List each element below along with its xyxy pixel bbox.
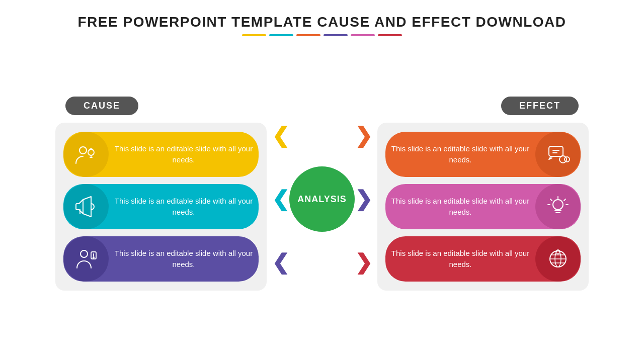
svg-rect-6 xyxy=(549,146,563,156)
page-header: FREE POWERPOINT TEMPLATE CAUSE AND EFFEC… xyxy=(68,0,577,41)
effect-icon-2 xyxy=(535,184,581,229)
middle-section: ❮ ❯ ❮ ❯ ❮ ❯ ANALYSIS xyxy=(267,116,377,282)
chevron-left-2: ❮ xyxy=(272,189,289,210)
megaphone-icon xyxy=(74,195,98,219)
header-underline xyxy=(78,34,567,36)
cause-card-3: This slide is an editable slide with all… xyxy=(63,236,259,282)
effect-card-3-text: This slide is an editable slide with all… xyxy=(385,248,535,270)
analysis-circle: ANALYSIS xyxy=(289,166,355,232)
effect-section: EFFECT This slide is an editable slide w… xyxy=(377,108,589,291)
cause-card-3-text: This slide is an editable slide with all… xyxy=(109,248,259,270)
underline-4 xyxy=(324,34,348,36)
underline-1 xyxy=(242,34,266,36)
effect-label: EFFECT xyxy=(501,97,579,115)
effect-card-1: This slide is an editable slide with all… xyxy=(385,132,581,177)
chat-group-icon xyxy=(546,142,570,166)
effect-card-2-text: This slide is an editable slide with all… xyxy=(385,196,535,218)
page-title: FREE POWERPOINT TEMPLATE CAUSE AND EFFEC… xyxy=(78,14,567,30)
svg-point-2 xyxy=(80,250,88,257)
chevron-right-3: ❯ xyxy=(355,252,372,273)
effect-icon-3 xyxy=(535,236,581,282)
cause-panel: This slide is an editable slide with all… xyxy=(55,123,267,291)
chevron-left-1: ❮ xyxy=(272,125,289,146)
person-alert-icon xyxy=(74,247,98,271)
cause-card-2: This slide is an editable slide with all… xyxy=(63,184,259,229)
arrow-row-1: ❮ ❯ xyxy=(267,125,377,146)
arrow-row-3: ❮ ❯ xyxy=(267,252,377,273)
main-content: CAUSE This slide is an editable slide wi… xyxy=(0,41,644,362)
globe-person-icon xyxy=(546,247,570,271)
effect-panel: This slide is an editable slide with all… xyxy=(377,123,589,291)
cause-card-2-text: This slide is an editable slide with all… xyxy=(109,196,259,218)
lightbulb-icon xyxy=(546,195,570,219)
cause-icon-2 xyxy=(63,184,109,229)
effect-card-3: This slide is an editable slide with all… xyxy=(385,236,581,282)
cause-icon-1 xyxy=(63,132,109,177)
chevron-left-3: ❮ xyxy=(272,252,289,273)
cause-card-1-text: This slide is an editable slide with all… xyxy=(109,143,259,166)
underline-3 xyxy=(296,34,320,36)
effect-card-1-text: This slide is an editable slide with all… xyxy=(385,143,535,166)
svg-point-5 xyxy=(93,257,94,258)
person-idea-icon xyxy=(74,142,98,166)
underline-2 xyxy=(269,34,293,36)
chevron-right-1: ❯ xyxy=(355,125,372,146)
svg-point-10 xyxy=(565,157,570,162)
effect-icon-1 xyxy=(535,132,581,177)
chevron-right-2: ❯ xyxy=(355,189,372,210)
svg-point-11 xyxy=(553,200,563,210)
cause-section: CAUSE This slide is an editable slide wi… xyxy=(55,108,267,291)
cause-card-1: This slide is an editable slide with all… xyxy=(63,132,259,177)
underline-6 xyxy=(378,34,402,36)
underline-5 xyxy=(351,34,375,36)
svg-point-0 xyxy=(79,147,87,154)
effect-card-2: This slide is an editable slide with all… xyxy=(385,184,581,229)
analysis-label: ANALYSIS xyxy=(297,194,346,205)
cause-label: CAUSE xyxy=(65,97,138,115)
cause-icon-3 xyxy=(63,236,109,282)
